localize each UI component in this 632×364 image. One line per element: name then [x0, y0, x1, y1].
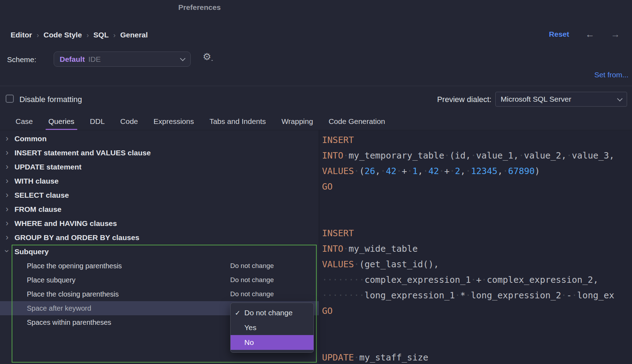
breadcrumb-separator: › — [113, 31, 116, 39]
code-line: VALUES·(26,·42·+·1,·42·+·2,·12345,·67890… — [322, 163, 632, 179]
chevron-down-icon[interactable]: › — [3, 247, 11, 255]
setting-label: Space after keyword — [27, 304, 91, 312]
preview-dialect-dropdown[interactable]: Microsoft SQL Server — [495, 92, 627, 107]
code-line: ········long_expression_1·*·long_express… — [322, 288, 632, 303]
tree-group-select[interactable]: › SELECT clause — [0, 188, 319, 202]
check-icon: ✓ — [235, 309, 244, 317]
forward-arrow-icon[interactable]: → — [611, 30, 620, 39]
tab-case[interactable]: Case — [8, 114, 41, 130]
reset-button[interactable]: Reset — [549, 30, 569, 38]
chevron-right-icon[interactable]: › — [3, 162, 11, 171]
chevron-right-icon[interactable]: › — [3, 205, 11, 213]
breadcrumb: Editor › Code Style › SQL › General — [11, 31, 148, 39]
set-from-link[interactable]: Set from... — [594, 71, 628, 79]
popup-item-label: Yes — [244, 323, 256, 332]
code-style-tabs: Case Queries DDL Code Expressions Tabs a… — [8, 114, 393, 130]
header-divider — [0, 86, 632, 86]
sql-preview-code: INSERTINTO·my_temporary_table·(id,·value… — [319, 130, 632, 364]
chevron-right-icon[interactable]: › — [3, 219, 11, 227]
tree-group-label: FROM clause — [14, 205, 61, 214]
tree-group-label: Common — [14, 135, 47, 143]
scheme-label: Scheme: — [7, 55, 36, 64]
tab-expressions[interactable]: Expressions — [146, 114, 202, 130]
value-dropdown-popup: ✓ Do not change Yes No — [230, 303, 314, 353]
tab-ddl[interactable]: DDL — [82, 114, 113, 130]
code-line: GO — [322, 303, 632, 319]
breadcrumb-item-editor[interactable]: Editor — [11, 31, 32, 39]
breadcrumb-separator: › — [37, 31, 39, 39]
preferences-window: Preferences Editor › Code Style › SQL › … — [0, 0, 632, 364]
disable-formatting-checkbox[interactable] — [6, 95, 14, 103]
scheme-suffix: IDE — [88, 55, 101, 64]
chevron-right-icon[interactable]: › — [3, 233, 11, 241]
popup-item-label: No — [244, 338, 254, 347]
code-line — [322, 210, 632, 226]
back-arrow-icon[interactable]: ← — [585, 30, 595, 39]
chevron-down-icon — [617, 96, 623, 101]
chevron-down-icon — [180, 55, 186, 61]
tab-code-generation[interactable]: Code Generation — [321, 114, 393, 130]
setting-value[interactable]: Do not change — [230, 276, 274, 284]
setting-value[interactable]: Do not change — [230, 290, 274, 298]
setting-label: Place the closing parenthesis — [27, 290, 119, 298]
tree-group-where-having[interactable]: › WHERE and HAVING clauses — [0, 216, 319, 231]
breadcrumb-item-sql[interactable]: SQL — [94, 31, 109, 39]
code-line: INSERT — [322, 226, 632, 241]
scheme-dropdown[interactable]: Default IDE — [54, 52, 191, 67]
popup-item-do-not-change[interactable]: ✓ Do not change — [231, 305, 314, 320]
code-line: INSERT — [322, 132, 632, 148]
setting-value[interactable]: Do not change — [230, 262, 274, 270]
scheme-value: Default — [60, 55, 85, 64]
code-line — [322, 195, 632, 210]
popup-item-label: Do not change — [244, 309, 293, 317]
code-line: GO — [322, 179, 632, 195]
setting-place-opening-parenthesis[interactable]: Place the opening parenthesis Do not cha… — [0, 259, 319, 273]
chevron-right-icon[interactable]: › — [3, 134, 11, 143]
setting-place-subquery[interactable]: Place subquery Do not change — [0, 273, 319, 287]
code-line — [322, 319, 632, 334]
content-area: › Common › INSERT statement and VALUES c… — [0, 130, 632, 364]
tree-group-with[interactable]: › WITH clause — [0, 174, 319, 188]
tree-group-update[interactable]: › UPDATE statement — [0, 160, 319, 174]
tree-group-label: Subquery — [14, 247, 49, 256]
code-line: ········complex_expression_1·+·complex_e… — [322, 272, 632, 288]
tree-group-group-order[interactable]: › GROUP BY and ORDER BY clauses — [0, 231, 319, 245]
chevron-right-icon[interactable]: › — [3, 177, 11, 185]
chevron-right-icon[interactable]: › — [3, 191, 11, 199]
tree-group-label: WITH clause — [14, 177, 59, 185]
setting-place-closing-parenthesis[interactable]: Place the closing parenthesis Do not cha… — [0, 287, 319, 301]
breadcrumb-item-code-style[interactable]: Code Style — [43, 31, 82, 39]
gear-icon[interactable]: ⚙ — [203, 52, 211, 62]
tree-group-label: INSERT statement and VALUES clause — [14, 149, 151, 157]
popup-item-no[interactable]: No — [231, 335, 314, 350]
tree-group-subquery[interactable]: › Subquery — [0, 245, 319, 259]
code-line: UPDATE·my_staff_size — [322, 350, 632, 364]
code-line: INTO·my_wide_table — [322, 241, 632, 257]
setting-label: Place the opening parenthesis — [27, 262, 122, 270]
code-line: INTO·my_temporary_table·(id,·value_1,·va… — [322, 148, 632, 163]
breadcrumb-separator: › — [87, 31, 89, 39]
tree-group-insert-values[interactable]: › INSERT statement and VALUES clause — [0, 146, 319, 160]
window-title: Preferences — [178, 3, 221, 12]
tree-group-label: WHERE and HAVING clauses — [14, 219, 117, 228]
nav-actions: Reset ← → — [549, 30, 620, 39]
setting-label: Spaces within parentheses — [27, 318, 111, 327]
preview-dialect-value: Microsoft SQL Server — [501, 95, 571, 103]
tab-queries[interactable]: Queries — [41, 114, 82, 130]
code-line: VALUES·(get_last_id(), — [322, 257, 632, 272]
code-line — [322, 334, 632, 350]
chevron-right-icon[interactable]: › — [3, 148, 11, 157]
tab-code[interactable]: Code — [113, 114, 146, 130]
breadcrumb-item-general: General — [120, 31, 148, 39]
tree-group-label: UPDATE statement — [14, 163, 82, 171]
popup-item-yes[interactable]: Yes — [231, 320, 314, 335]
preview-dialect-label: Preview dialect: — [437, 95, 491, 104]
tab-tabs-and-indents[interactable]: Tabs and Indents — [202, 114, 274, 130]
tab-wrapping[interactable]: Wrapping — [274, 114, 321, 130]
tree-group-common[interactable]: › Common — [0, 132, 319, 146]
disable-formatting-label: Disable formatting — [19, 95, 82, 104]
tree-group-label: GROUP BY and ORDER BY clauses — [14, 233, 139, 242]
tree-group-label: SELECT clause — [14, 191, 69, 199]
tree-group-from[interactable]: › FROM clause — [0, 202, 319, 216]
setting-label: Place subquery — [27, 276, 76, 284]
